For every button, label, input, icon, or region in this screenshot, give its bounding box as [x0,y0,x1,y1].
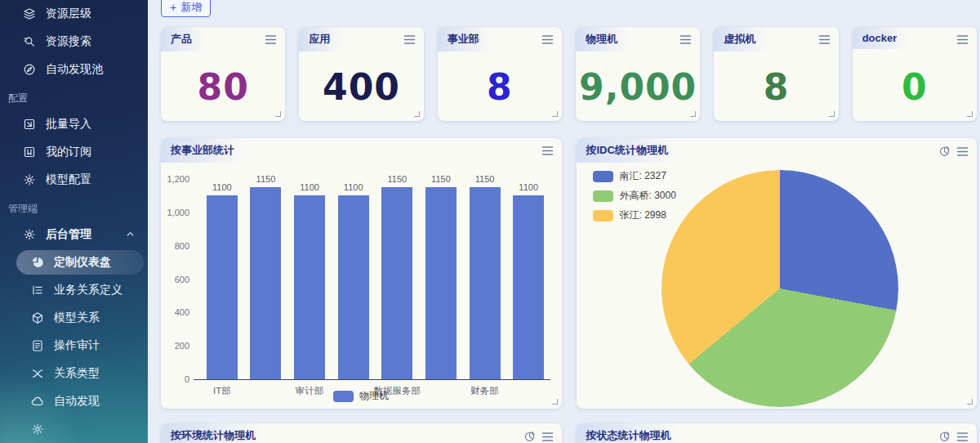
sidebar-item-model-relation[interactable]: 模型关系 [0,304,148,332]
status-stats-card: 按状态统计物理机 [577,423,978,443]
legend-label: 南汇: 2327 [620,169,666,183]
bar-value-label: 1150 [244,174,288,184]
sidebar-item-label: 自动发现 [54,394,100,409]
stat-card-business-unit: 事业部8 [438,27,562,121]
app-root: 资源层级资源搜索自动发现池配置批量导入我的订阅模型配置管理端后台管理定制仪表盘业… [0,0,980,443]
resize-handle-icon[interactable] [967,399,973,405]
bar [381,187,412,379]
y-tick-label: 200 [175,341,189,351]
bar-value-label: 1100 [287,182,332,192]
main-content: + 新增 产品80应用400事业部8物理机9,000虚拟机8docker0 按事… [148,0,980,443]
bar-value-label: 1100 [332,182,376,192]
legend-swatch [593,210,613,222]
stat-card-label: 物理机 [576,27,632,51]
menu-icon[interactable] [818,34,831,45]
legend-swatch [593,171,613,182]
pie-chart-icon[interactable] [939,145,951,157]
sidebar-item-label: 后台管理 [46,227,91,242]
bar [294,195,325,379]
sidebar-item-custom-dashboard[interactable]: 定制仪表盘 [16,250,144,275]
plus-icon: + [170,2,176,13]
sidebar-section-label: 配置 [0,86,148,110]
menu-icon[interactable] [956,432,969,442]
menu-icon[interactable] [403,34,416,45]
sidebar-item-resource-hierarchy[interactable]: 资源层级 [0,0,148,28]
resize-handle-icon[interactable] [690,111,696,117]
cloud-icon [31,395,44,408]
resize-handle-icon[interactable] [967,111,973,117]
sidebar-item-batch-import[interactable]: 批量导入 [0,110,148,138]
sidebar-item-clipped-item[interactable] [0,415,148,443]
menu-icon[interactable] [956,34,969,45]
menu-icon[interactable] [541,432,554,442]
sidebar-item-relation-type[interactable]: 关系类型 [0,360,148,387]
bar-chart-x-axis-line [194,379,550,380]
bar-chart-legend[interactable]: 物理机 [161,389,562,403]
search-icon [23,35,36,48]
pie-legend-item[interactable]: 南汇: 2327 [593,169,676,183]
sidebar-item-label: 模型配置 [46,172,91,187]
stat-card-value: 400 [299,69,423,105]
bar-value-label: 1150 [376,174,420,184]
sidebar-item-operation-audit[interactable]: 操作审计 [0,332,148,360]
add-button[interactable]: + 新增 [161,0,211,17]
stat-card-docker: docker0 [853,27,977,121]
resize-handle-icon[interactable] [552,399,558,405]
resize-handle-icon[interactable] [829,111,835,117]
list-icon [31,284,44,297]
stat-card-application: 应用400 [299,27,423,121]
bar-chart-card: 按事业部统计 02004006008001,0001,200 110011501… [161,138,562,409]
bar-value-label: 1150 [419,174,463,184]
sidebar-item-business-relation-definition[interactable]: 业务关系定义 [0,276,148,304]
sidebar-item-resource-search[interactable]: 资源搜索 [0,28,148,56]
sidebar-item-backend-admin[interactable]: 后台管理 [0,221,148,248]
pie-chart-icon[interactable] [524,431,536,442]
bar-value-label: 1100 [200,182,244,192]
sidebar-item-label: 自动发现池 [46,62,103,77]
menu-icon[interactable] [956,146,969,157]
sidebar-item-auto-discovery-pool[interactable]: 自动发现池 [0,56,148,83]
menu-icon[interactable] [265,34,277,45]
pie-legend-item[interactable]: 外高桥: 3000 [593,189,676,203]
y-tick-label: 400 [175,307,189,317]
sidebar-item-label: 操作审计 [54,338,100,353]
pie-chart-icon[interactable] [939,431,951,442]
menu-icon[interactable] [541,34,554,45]
y-tick-label: 1,200 [167,174,189,184]
resize-handle-icon[interactable] [414,111,420,117]
y-tick-label: 1,000 [167,208,189,217]
status-stats-title: 按状态统计物理机 [577,423,686,443]
charts-row: 按事业部统计 02004006008001,0001,200 110011501… [161,138,977,409]
gear-icon [23,228,36,241]
menu-icon[interactable] [541,145,554,156]
sidebar-item-my-subscriptions[interactable]: 我的订阅 [0,138,148,166]
bar-value-label: 1100 [506,182,550,192]
pie-legend-item[interactable]: 张江: 2998 [593,208,676,222]
menu-icon[interactable] [679,34,692,45]
stat-card-physical-machine: 物理机9,000 [576,27,700,121]
sidebar-item-label: 关系类型 [54,366,100,381]
sidebar-item-label: 模型关系 [54,311,100,325]
legend-label: 物理机 [359,389,389,403]
bar [338,195,369,379]
bar-chart-y-axis: 02004006008001,0001,200 [161,179,194,379]
sidebar-item-model-config[interactable]: 模型配置 [0,166,148,194]
pie-icon [31,256,44,269]
y-tick-label: 0 [185,374,189,384]
legend-label: 张江: 2998 [620,208,666,222]
legend-swatch [593,190,613,202]
y-tick-label: 600 [175,275,189,284]
stat-card-virtual-machine: 虚拟机8 [714,27,838,121]
bar [207,195,238,379]
resize-handle-icon[interactable] [275,111,281,117]
sidebar-item-auto-discovery[interactable]: 自动发现 [0,387,148,415]
pie-chart-legend: 南汇: 2327外高桥: 3000张江: 2998 [593,169,676,222]
pie-chart-card: 按IDC统计物理机 南汇: 2327外高桥: 3000张江: 2998 [577,138,978,409]
env-stats-title: 按环境统计物理机 [161,423,270,443]
resize-handle-icon[interactable] [552,111,558,117]
stat-card-value: 8 [714,69,838,105]
chevron-up-icon[interactable] [126,228,135,241]
bottom-row: 按环境统计物理机 按状态统计物理机 [161,423,977,443]
stat-card-value: 80 [161,69,285,105]
stat-card-value: 0 [853,69,977,105]
